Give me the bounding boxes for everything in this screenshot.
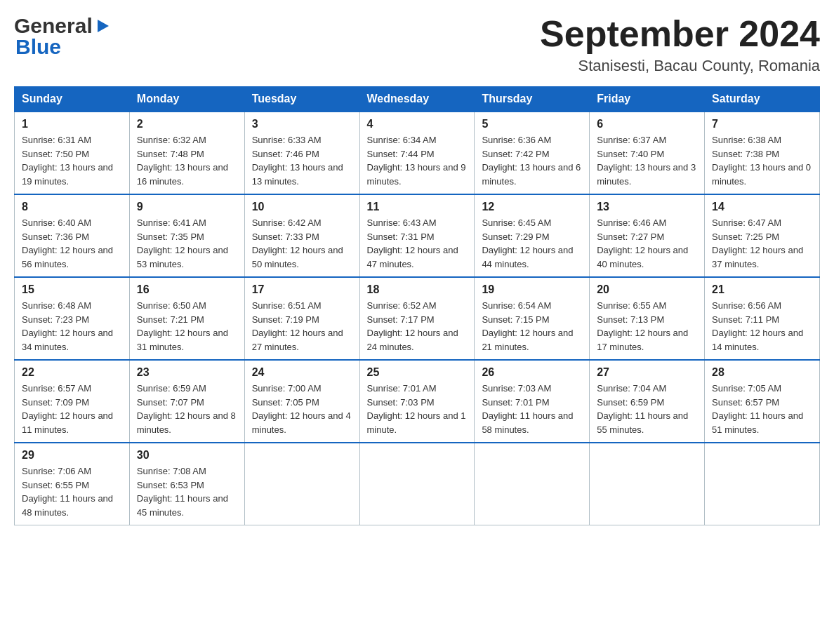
calendar-cell: 22 Sunrise: 6:57 AMSunset: 7:09 PMDaylig… (15, 360, 130, 443)
calendar-cell: 16 Sunrise: 6:50 AMSunset: 7:21 PMDaylig… (129, 277, 244, 360)
logo-general: General (14, 14, 110, 38)
calendar-cell: 25 Sunrise: 7:01 AMSunset: 7:03 PMDaylig… (359, 360, 475, 443)
calendar-cell: 28 Sunrise: 7:05 AMSunset: 6:57 PMDaylig… (705, 360, 820, 443)
day-info: Sunrise: 6:54 AMSunset: 7:15 PMDaylight:… (482, 299, 582, 354)
day-number: 13 (597, 201, 697, 213)
day-number: 1 (22, 118, 122, 130)
day-of-week-sunday: Sunday (15, 87, 130, 112)
day-info: Sunrise: 6:31 AMSunset: 7:50 PMDaylight:… (22, 133, 122, 188)
day-number: 29 (22, 449, 122, 462)
day-number: 14 (712, 201, 812, 213)
day-of-week-thursday: Thursday (475, 87, 590, 112)
day-info: Sunrise: 6:36 AMSunset: 7:42 PMDaylight:… (482, 133, 582, 188)
day-number: 9 (137, 201, 237, 213)
day-info: Sunrise: 6:55 AMSunset: 7:13 PMDaylight:… (597, 299, 697, 354)
calendar-cell: 1 Sunrise: 6:31 AMSunset: 7:50 PMDayligh… (15, 112, 130, 194)
calendar-cell (705, 443, 820, 525)
calendar-cell: 26 Sunrise: 7:03 AMSunset: 7:01 PMDaylig… (475, 360, 590, 443)
calendar-cell: 12 Sunrise: 6:45 AMSunset: 7:29 PMDaylig… (475, 194, 590, 277)
day-of-week-friday: Friday (590, 87, 705, 112)
day-info: Sunrise: 7:01 AMSunset: 7:03 PMDaylight:… (367, 382, 468, 436)
day-info: Sunrise: 6:43 AMSunset: 7:31 PMDaylight:… (367, 216, 468, 271)
calendar-cell: 6 Sunrise: 6:37 AMSunset: 7:40 PMDayligh… (590, 112, 705, 194)
day-info: Sunrise: 6:48 AMSunset: 7:23 PMDaylight:… (22, 299, 122, 354)
logo-blue-text: Blue (15, 35, 61, 59)
calendar-cell: 23 Sunrise: 6:59 AMSunset: 7:07 PMDaylig… (129, 360, 244, 443)
day-number: 28 (712, 366, 812, 379)
calendar-cell: 3 Sunrise: 6:33 AMSunset: 7:46 PMDayligh… (244, 112, 359, 194)
day-info: Sunrise: 6:33 AMSunset: 7:46 PMDaylight:… (252, 133, 352, 188)
day-number: 23 (137, 366, 237, 379)
calendar-cell: 11 Sunrise: 6:43 AMSunset: 7:31 PMDaylig… (359, 194, 475, 277)
calendar-cell: 14 Sunrise: 6:47 AMSunset: 7:25 PMDaylig… (705, 194, 820, 277)
day-number: 10 (252, 201, 352, 213)
days-of-week-row: SundayMondayTuesdayWednesdayThursdayFrid… (15, 87, 820, 112)
calendar-week-row: 15 Sunrise: 6:48 AMSunset: 7:23 PMDaylig… (15, 277, 820, 360)
day-info: Sunrise: 6:59 AMSunset: 7:07 PMDaylight:… (137, 382, 237, 436)
svg-marker-0 (98, 20, 109, 32)
day-info: Sunrise: 6:41 AMSunset: 7:35 PMDaylight:… (137, 216, 237, 271)
month-title: September 2024 (540, 14, 820, 54)
day-of-week-saturday: Saturday (705, 87, 820, 112)
day-info: Sunrise: 7:00 AMSunset: 7:05 PMDaylight:… (252, 382, 352, 436)
calendar-cell: 17 Sunrise: 6:51 AMSunset: 7:19 PMDaylig… (244, 277, 359, 360)
calendar-cell (359, 443, 475, 525)
title-block: September 2024 Stanisesti, Bacau County,… (540, 14, 820, 75)
day-number: 3 (252, 118, 352, 130)
calendar-week-row: 8 Sunrise: 6:40 AMSunset: 7:36 PMDayligh… (15, 194, 820, 277)
day-number: 27 (597, 366, 697, 379)
day-info: Sunrise: 7:04 AMSunset: 6:59 PMDaylight:… (597, 382, 697, 436)
calendar-week-row: 22 Sunrise: 6:57 AMSunset: 7:09 PMDaylig… (15, 360, 820, 443)
calendar-cell: 19 Sunrise: 6:54 AMSunset: 7:15 PMDaylig… (475, 277, 590, 360)
logo: General Blue (14, 14, 110, 59)
calendar-cell: 24 Sunrise: 7:00 AMSunset: 7:05 PMDaylig… (244, 360, 359, 443)
day-info: Sunrise: 7:06 AMSunset: 6:55 PMDaylight:… (22, 464, 122, 519)
day-info: Sunrise: 6:57 AMSunset: 7:09 PMDaylight:… (22, 382, 122, 436)
calendar-cell: 18 Sunrise: 6:52 AMSunset: 7:17 PMDaylig… (359, 277, 475, 360)
day-info: Sunrise: 6:51 AMSunset: 7:19 PMDaylight:… (252, 299, 352, 354)
calendar-cell (244, 443, 359, 525)
day-number: 20 (597, 283, 697, 296)
day-number: 2 (137, 118, 237, 130)
calendar-cell: 29 Sunrise: 7:06 AMSunset: 6:55 PMDaylig… (15, 443, 130, 525)
day-number: 18 (367, 283, 468, 296)
calendar-body: 1 Sunrise: 6:31 AMSunset: 7:50 PMDayligh… (15, 112, 820, 525)
day-number: 7 (712, 118, 812, 130)
day-info: Sunrise: 6:46 AMSunset: 7:27 PMDaylight:… (597, 216, 697, 271)
calendar-week-row: 1 Sunrise: 6:31 AMSunset: 7:50 PMDayligh… (15, 112, 820, 194)
calendar-cell: 5 Sunrise: 6:36 AMSunset: 7:42 PMDayligh… (475, 112, 590, 194)
day-info: Sunrise: 7:03 AMSunset: 7:01 PMDaylight:… (482, 382, 582, 436)
day-info: Sunrise: 6:40 AMSunset: 7:36 PMDaylight:… (22, 216, 122, 271)
day-number: 16 (137, 283, 237, 296)
day-number: 5 (482, 118, 582, 130)
day-info: Sunrise: 6:34 AMSunset: 7:44 PMDaylight:… (367, 133, 468, 188)
day-info: Sunrise: 6:56 AMSunset: 7:11 PMDaylight:… (712, 299, 812, 354)
day-number: 19 (482, 283, 582, 296)
logo-arrow-icon (95, 18, 110, 36)
day-number: 8 (22, 201, 122, 213)
day-info: Sunrise: 6:47 AMSunset: 7:25 PMDaylight:… (712, 216, 812, 271)
day-number: 22 (22, 366, 122, 379)
day-info: Sunrise: 6:45 AMSunset: 7:29 PMDaylight:… (482, 216, 582, 271)
day-of-week-tuesday: Tuesday (244, 87, 359, 112)
calendar-cell: 27 Sunrise: 7:04 AMSunset: 6:59 PMDaylig… (590, 360, 705, 443)
calendar-cell: 7 Sunrise: 6:38 AMSunset: 7:38 PMDayligh… (705, 112, 820, 194)
day-info: Sunrise: 6:32 AMSunset: 7:48 PMDaylight:… (137, 133, 237, 188)
day-info: Sunrise: 7:08 AMSunset: 6:53 PMDaylight:… (137, 464, 237, 519)
calendar-cell: 10 Sunrise: 6:42 AMSunset: 7:33 PMDaylig… (244, 194, 359, 277)
day-number: 6 (597, 118, 697, 130)
day-number: 21 (712, 283, 812, 296)
day-of-week-wednesday: Wednesday (359, 87, 475, 112)
calendar-cell (590, 443, 705, 525)
calendar-cell: 13 Sunrise: 6:46 AMSunset: 7:27 PMDaylig… (590, 194, 705, 277)
calendar-cell: 15 Sunrise: 6:48 AMSunset: 7:23 PMDaylig… (15, 277, 130, 360)
day-of-week-monday: Monday (129, 87, 244, 112)
calendar-cell: 21 Sunrise: 6:56 AMSunset: 7:11 PMDaylig… (705, 277, 820, 360)
day-number: 4 (367, 118, 468, 130)
calendar-cell: 2 Sunrise: 6:32 AMSunset: 7:48 PMDayligh… (129, 112, 244, 194)
day-number: 26 (482, 366, 582, 379)
day-number: 17 (252, 283, 352, 296)
calendar-week-row: 29 Sunrise: 7:06 AMSunset: 6:55 PMDaylig… (15, 443, 820, 525)
day-info: Sunrise: 7:05 AMSunset: 6:57 PMDaylight:… (712, 382, 812, 436)
logo-general-text: General (14, 14, 93, 38)
